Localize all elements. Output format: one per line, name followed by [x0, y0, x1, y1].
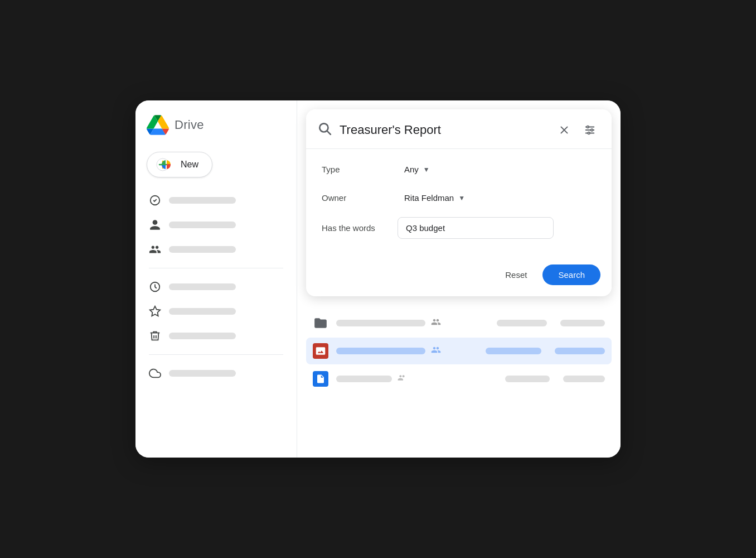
file-name-placeholder: [336, 376, 392, 382]
owner-value: Rita Feldman: [404, 193, 454, 203]
nav-label-placeholder: [169, 246, 236, 253]
file-row[interactable]: [306, 310, 612, 336]
sharing-icon: [431, 345, 441, 357]
sidebar-item-starred[interactable]: [140, 300, 292, 323]
search-actions: Reset Search: [306, 260, 612, 296]
search-header-actions: [554, 119, 600, 141]
nav-label-placeholder: [169, 333, 236, 339]
file-date-placeholder: [486, 348, 541, 354]
search-icon: [317, 121, 332, 139]
sidebar-item-my-drive[interactable]: [140, 189, 292, 212]
type-select[interactable]: Any ▼: [398, 160, 437, 179]
type-filter-row: Type Any ▼: [322, 160, 596, 179]
nav-label-placeholder: [169, 283, 236, 290]
new-button[interactable]: New: [147, 152, 212, 177]
doc-file-icon: [313, 371, 328, 387]
sharing-icon: [431, 317, 441, 329]
nav-divider: [149, 268, 283, 268]
file-date-placeholder: [497, 320, 547, 326]
sharing-icon: [398, 373, 406, 384]
sidebar-item-shared-me[interactable]: [140, 213, 292, 237]
svg-point-15: [588, 132, 590, 134]
trash-icon: [149, 330, 161, 342]
drive-logo-icon: [147, 114, 169, 136]
file-name-area: [336, 373, 497, 384]
words-filter-label: Has the words: [322, 223, 389, 233]
folder-icon: [313, 315, 328, 331]
svg-line-7: [327, 131, 331, 134]
cloud-icon: [149, 367, 161, 379]
owner-filter-label: Owner: [322, 193, 389, 203]
file-name-area: [336, 345, 478, 357]
file-size-placeholder: [563, 376, 605, 382]
type-filter-label: Type: [322, 165, 389, 174]
image-file-icon: [313, 343, 328, 359]
words-filter-row: Has the words: [322, 217, 596, 239]
file-row[interactable]: [306, 365, 612, 392]
file-row[interactable]: [306, 338, 612, 364]
nav-label-placeholder: [169, 308, 236, 315]
owner-filter-row: Owner Rita Feldman ▼: [322, 189, 596, 207]
search-header: Treasurer's Report: [306, 109, 612, 149]
nav-label-placeholder: [169, 197, 236, 204]
type-chevron-icon: ▼: [423, 166, 430, 174]
owner-chevron-icon: ▼: [458, 194, 465, 202]
app-title: Drive: [175, 118, 204, 132]
colorful-plus-icon: [159, 158, 173, 171]
star-icon: [149, 305, 161, 318]
sidebar-item-storage[interactable]: [140, 362, 292, 385]
file-name-area: [336, 317, 489, 329]
main-content: Treasurer's Report: [297, 100, 621, 458]
nav-label-placeholder: [169, 222, 236, 228]
type-value: Any: [404, 165, 419, 174]
sidebar: Drive New: [135, 100, 297, 458]
sidebar-item-shared-drives[interactable]: [140, 238, 292, 261]
new-button-label: New: [181, 160, 198, 170]
close-search-button[interactable]: [554, 119, 575, 141]
nav-divider-2: [149, 354, 283, 355]
words-input[interactable]: [398, 217, 554, 239]
check-circle-icon: [149, 194, 161, 206]
file-list: [297, 305, 621, 458]
sidebar-item-recent[interactable]: [140, 275, 292, 299]
file-meta: [497, 320, 605, 326]
filters-button[interactable]: [579, 119, 600, 141]
file-meta: [486, 348, 605, 354]
file-size-placeholder: [560, 320, 605, 326]
sidebar-nav: [135, 189, 297, 385]
svg-point-13: [587, 126, 589, 128]
person-icon: [149, 219, 161, 231]
search-filters: Type Any ▼ Owner Rita Feldman ▼: [306, 149, 612, 260]
sidebar-item-trash[interactable]: [140, 324, 292, 348]
search-button[interactable]: Search: [542, 264, 600, 285]
svg-point-14: [591, 129, 593, 131]
file-name-placeholder: [336, 320, 425, 326]
search-panel: Treasurer's Report: [306, 109, 612, 296]
file-meta: [505, 376, 605, 382]
search-query: Treasurer's Report: [340, 123, 546, 137]
nav-label-placeholder: [169, 370, 236, 377]
file-name-placeholder: [336, 348, 425, 354]
owner-select[interactable]: Rita Feldman ▼: [398, 189, 472, 207]
people-icon: [149, 243, 161, 256]
sidebar-header: Drive: [135, 112, 297, 147]
clock-icon: [149, 281, 161, 293]
file-size-placeholder: [555, 348, 605, 354]
file-date-placeholder: [505, 376, 550, 382]
reset-button[interactable]: Reset: [494, 264, 538, 285]
svg-marker-5: [150, 306, 160, 316]
